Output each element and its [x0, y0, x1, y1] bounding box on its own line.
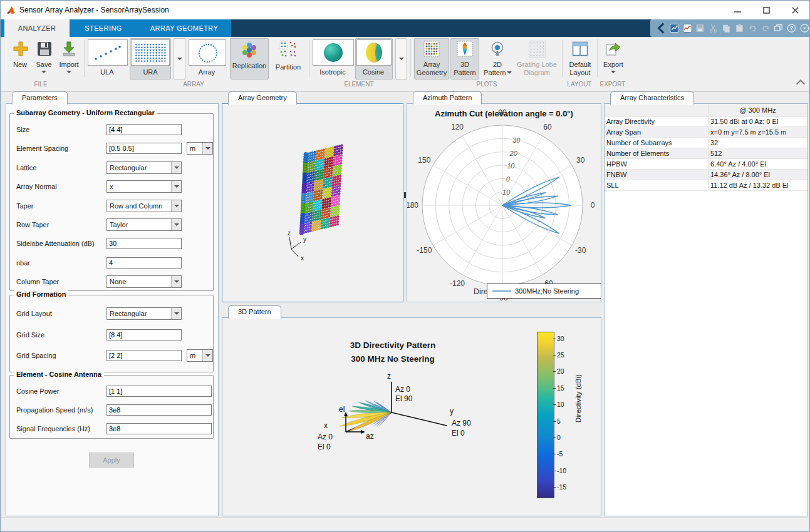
table-header-row: @ 300 MHz	[605, 104, 807, 116]
param-label-size: Size	[16, 126, 29, 133]
polar-angle-label: 120	[451, 123, 464, 131]
export-dropdown-icon[interactable]	[611, 71, 616, 73]
param-nbar-input[interactable]	[106, 257, 182, 269]
svg-text:?: ?	[790, 26, 793, 31]
cosine-button[interactable]: Cosine	[355, 38, 393, 79]
new-plot-icon[interactable]	[670, 23, 679, 34]
param-sidelobe-attenuation-db-input[interactable]	[106, 238, 182, 249]
colorbar-tick-25: 25	[557, 351, 564, 359]
apply-button[interactable]: Apply	[89, 453, 134, 468]
save-button[interactable]: Save	[33, 39, 55, 76]
param-element-spacing-unit-select[interactable]: m	[187, 142, 213, 155]
param-grid-spacing-input[interactable]	[106, 350, 182, 361]
close-button[interactable]	[781, 1, 809, 19]
param-propagation-speed-m-s-input[interactable]	[106, 404, 212, 416]
beam-az-label: az	[366, 432, 374, 441]
azimuth-legend[interactable]: 300MHz;No Steering	[487, 284, 601, 299]
param-grid-layout-select[interactable]: Rectangular	[106, 307, 182, 320]
array-geometry-body: zyx	[222, 103, 403, 302]
tab-array-characteristics[interactable]: Array Characteristics	[610, 91, 694, 105]
save-icon[interactable]	[695, 23, 705, 34]
geometry-axis-label-y: y	[303, 236, 306, 243]
copy-icon[interactable]	[722, 23, 731, 34]
selected-value: Taylor	[110, 221, 128, 228]
beam-z-el: El 90	[395, 394, 413, 403]
table-row-array-directivity[interactable]: Array Directivity31.50 dBi at 0 Az; 0 El	[605, 116, 807, 127]
windows-icon[interactable]	[774, 23, 783, 34]
tab-azimuth-pattern[interactable]: Azimuth Pattern	[413, 91, 482, 105]
tab-array-geometry[interactable]: ARRAY GEOMETRY	[137, 19, 231, 37]
chevron-down-icon	[171, 162, 181, 173]
array-button[interactable]: Array	[189, 39, 226, 78]
characteristics-table: @ 300 MHzArray Directivity31.50 dBi at 0…	[605, 104, 807, 191]
chevron-down-icon	[171, 200, 181, 212]
redo-icon[interactable]	[761, 23, 771, 34]
param-label-signal-frequencies-hz: Signal Frequencies (Hz)	[16, 425, 90, 432]
paste-icon[interactable]	[735, 23, 744, 34]
open-plot-icon[interactable]	[683, 23, 692, 34]
row-value: 512	[710, 148, 807, 158]
tab-array-geometry-plot[interactable]: Array Geometry	[228, 91, 297, 105]
param-grid-spacing-unit-select[interactable]: m	[187, 349, 213, 362]
pattern-3d-panel: 3D Pattern 3D Directivity Pattern 300 MH…	[222, 305, 601, 516]
param-signal-frequencies-hz-input[interactable]	[106, 423, 212, 434]
param-size-input[interactable]	[106, 124, 182, 135]
param-cosine-power-input[interactable]	[106, 386, 212, 397]
param-row-taper-select[interactable]: Taylor	[106, 218, 182, 231]
polar-angle-label: -150	[417, 246, 432, 255]
import-button[interactable]: Import	[56, 39, 81, 76]
ula-button[interactable]: ULA	[88, 39, 128, 78]
save-dropdown-icon[interactable]	[41, 71, 46, 73]
export-button[interactable]: Export	[600, 38, 627, 79]
window-controls	[723, 1, 809, 19]
array-gallery-dropdown[interactable]	[174, 38, 185, 79]
azimuth-polar-plot[interactable]: 0306090120150180-150-120-90-60-303020100…	[407, 104, 601, 301]
import-dropdown-icon[interactable]	[66, 71, 71, 73]
table-row-number-of-subarrays[interactable]: Number of Subarrays32	[605, 138, 807, 148]
table-row-number-of-elements[interactable]: Number of Elements512	[605, 148, 807, 159]
table-row-sll[interactable]: SLL11.12 dB Az / 13.32 dB El	[605, 180, 807, 191]
param-label-grid-layout: Grid Layout	[16, 310, 52, 317]
partition-button[interactable]: Partition	[271, 39, 305, 78]
pattern-2d-button[interactable]: 2D Pattern	[480, 38, 514, 79]
param-column-taper-select[interactable]: None	[106, 275, 182, 288]
maximize-button[interactable]	[752, 1, 781, 19]
tab-parameters[interactable]: Parameters	[12, 91, 68, 105]
param-element-spacing-input[interactable]	[106, 143, 182, 154]
help-icon[interactable]: ?	[787, 23, 796, 34]
beam-el-label: el	[339, 405, 345, 414]
ura-button[interactable]: URA	[130, 38, 171, 79]
colorbar-tick-15: 15	[557, 384, 564, 392]
panel-splitter-handle[interactable]	[404, 192, 406, 198]
collapse-ribbon-icon[interactable]	[796, 79, 805, 88]
minimize-button[interactable]	[723, 1, 752, 19]
tab-steering[interactable]: STEERING	[70, 19, 137, 37]
table-row-fnbw[interactable]: FNBW14.36° Az / 8.00° El	[605, 170, 807, 180]
pattern-2d-dropdown-icon[interactable]	[507, 71, 512, 74]
element-gallery-dropdown[interactable]	[395, 38, 407, 79]
cut-icon[interactable]	[709, 23, 718, 34]
isotropic-button[interactable]: Isotropic	[313, 39, 354, 78]
param-array-normal-select[interactable]: x	[106, 180, 182, 193]
default-layout-button[interactable]: Default Layout	[564, 38, 596, 79]
pattern-3d-button[interactable]: 3D Pattern	[450, 38, 479, 79]
beam-axis-y: y	[450, 407, 454, 416]
table-row-array-span[interactable]: Array Spanx=0 m y=7.5 m z=15.5 m	[605, 127, 807, 138]
param-taper-select[interactable]: Row and Column	[106, 200, 182, 212]
toolbar-menu-icon[interactable]	[800, 23, 809, 34]
row-value: 32	[710, 138, 807, 148]
table-row-hpbw[interactable]: HPBW6.40° Az / 4.00° El	[605, 159, 807, 170]
row-label: HPBW	[606, 159, 707, 169]
array-geometry-plot-button[interactable]: Array Geometry	[414, 38, 449, 79]
back-chevron-icon[interactable]	[657, 23, 666, 34]
param-lattice-select[interactable]: Rectangular	[106, 161, 182, 174]
new-button[interactable]: New	[9, 39, 31, 76]
polar-angle-label: -120	[450, 279, 465, 288]
replication-button[interactable]: Replication	[230, 38, 269, 79]
param-label-row-taper: Row Taper	[16, 221, 49, 228]
undo-icon[interactable]	[748, 23, 757, 34]
tab-analyzer[interactable]: ANALYZER	[4, 19, 70, 37]
param-grid-size-input[interactable]	[106, 329, 182, 340]
tab-3d-pattern[interactable]: 3D Pattern	[228, 305, 281, 319]
array-geometry-plot[interactable]: zyx	[222, 104, 403, 302]
